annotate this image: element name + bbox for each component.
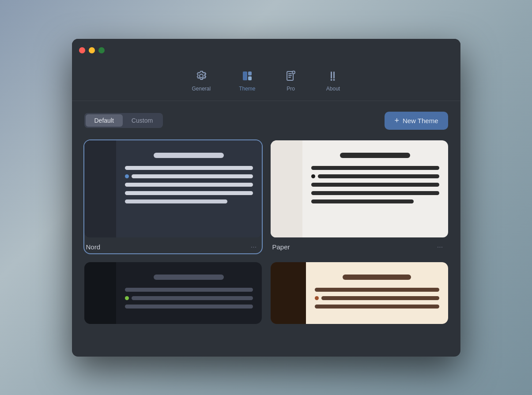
preview-line (125, 166, 253, 170)
preview-line-with-dot (125, 296, 253, 300)
tab-custom[interactable]: Custom (123, 114, 162, 127)
preview-title (154, 153, 224, 158)
toolbar-item-pro[interactable]: Pro (279, 67, 303, 94)
svg-rect-10 (331, 71, 332, 79)
theme-preview-paper (271, 140, 448, 237)
preview-dot (125, 296, 129, 300)
preview-line (311, 166, 439, 170)
close-button[interactable] (79, 47, 85, 53)
maximize-button[interactable] (98, 47, 105, 53)
toolbar-item-about[interactable]: About (321, 67, 346, 94)
traffic-lights (79, 47, 105, 53)
preview-line (125, 191, 253, 195)
paper-sidebar (271, 140, 302, 237)
themes-grid: Nord ··· (84, 140, 448, 324)
svg-rect-0 (243, 71, 247, 80)
preview-line (125, 199, 227, 203)
svg-rect-1 (248, 71, 252, 75)
preview-line (311, 183, 439, 187)
preview-bar (318, 174, 439, 178)
preview-bar (321, 296, 439, 300)
preview-line (125, 183, 253, 187)
theme-name-paper: Paper (272, 243, 290, 251)
tab-default[interactable]: Default (86, 114, 123, 127)
gear-icon (194, 69, 208, 83)
svg-point-13 (333, 79, 335, 81)
preview-line-with-dot (315, 296, 439, 300)
pro-label: Pro (287, 86, 295, 92)
theme-menu-nord[interactable]: ··· (248, 241, 260, 253)
svg-rect-11 (333, 71, 335, 79)
dark2-main (116, 262, 262, 324)
theme-name-nord: Nord (86, 243, 101, 251)
preview-line (125, 305, 253, 308)
warm-main (306, 262, 448, 324)
preview-line (311, 199, 414, 203)
preview-dot (315, 296, 319, 300)
preview-line-with-dot (311, 174, 439, 178)
preview-dot (125, 174, 129, 178)
preview-title (154, 275, 224, 280)
minimize-button[interactable] (89, 47, 95, 53)
theme-label: Theme (239, 86, 255, 92)
preview-bar (132, 296, 253, 300)
about-icon (326, 69, 340, 83)
theme-card-warm[interactable] (271, 262, 448, 324)
preview-line (315, 305, 439, 308)
paper-main (302, 140, 448, 237)
preview-bar (132, 174, 253, 178)
theme-footer-paper: Paper ··· (271, 237, 448, 253)
about-label: About (326, 86, 340, 92)
warm-sidebar (271, 262, 306, 324)
theme-icon (240, 69, 254, 83)
theme-menu-paper[interactable]: ··· (434, 241, 446, 253)
pro-icon (284, 69, 298, 83)
preview-line-with-dot (125, 174, 253, 178)
toolbar-item-theme[interactable]: Theme (234, 67, 260, 94)
plus-icon: + (394, 116, 399, 125)
svg-point-12 (330, 79, 332, 81)
theme-footer-nord: Nord ··· (84, 237, 262, 253)
theme-preview-dark2 (84, 262, 262, 324)
tab-bar: Default Custom + New Theme (84, 112, 448, 130)
theme-preview-warm (271, 262, 448, 324)
titlebar (72, 39, 460, 62)
preview-line (311, 191, 439, 195)
preview-title (343, 275, 411, 280)
toolbar: General Theme (72, 62, 460, 101)
main-window: General Theme (72, 39, 460, 357)
general-label: General (192, 86, 211, 92)
tab-group: Default Custom (84, 113, 163, 128)
theme-card-nord[interactable]: Nord ··· (84, 140, 262, 253)
preview-dot (311, 174, 315, 178)
preview-line (315, 288, 439, 292)
toolbar-item-general[interactable]: General (186, 67, 216, 94)
preview-title (340, 153, 411, 158)
theme-card-dark2[interactable] (84, 262, 262, 324)
theme-card-paper[interactable]: Paper ··· (271, 140, 448, 253)
nord-sidebar (84, 140, 116, 237)
content-area: Default Custom + New Theme (72, 101, 460, 357)
svg-rect-2 (248, 76, 252, 80)
dark2-sidebar (84, 262, 116, 324)
new-theme-label: New Theme (403, 117, 438, 124)
preview-line (125, 288, 253, 292)
nord-main (116, 140, 262, 237)
theme-preview-nord (84, 140, 262, 237)
new-theme-button[interactable]: + New Theme (385, 112, 448, 130)
